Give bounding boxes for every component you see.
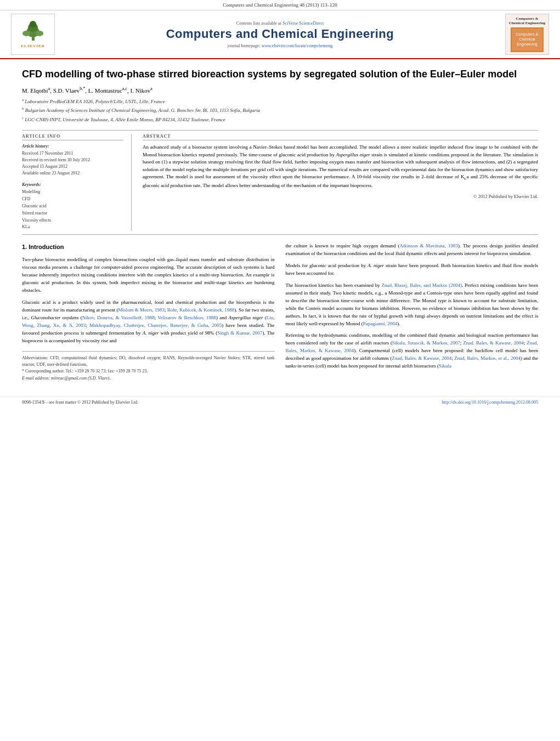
affiliation-c: c LGC-CNRS-INPT, Université de Toulouse,… (22, 115, 538, 124)
intro-para-1: Two-phase bioreactor modelling of comple… (22, 256, 275, 295)
right-para-4: Referring to the hydrodynamic conditions… (286, 332, 539, 370)
abstract-text: An advanced study of a bioreactor system… (143, 144, 538, 189)
keyword-gluconic: Gluconic acid (22, 203, 123, 210)
keyword-stirred: Stirred reactor (22, 210, 123, 217)
homepage-link[interactable]: www.elsevier.com/locate/compchemeng (262, 43, 332, 48)
abstract-section: ABSTRACT An advanced study of a bioreact… (143, 134, 538, 231)
history-label: Article history: (22, 144, 123, 149)
keyword-viscosity: Viscosity effects (22, 217, 123, 224)
article-body: ARTICLE INFO Article history: Received 1… (22, 134, 538, 231)
svg-text:Computers &: Computers & (516, 32, 539, 37)
sciverse-line: Contents lists available at SciVerse Sci… (236, 20, 324, 26)
affiliations: a Laboratoire ProBioGEM EA 1026, Polytec… (22, 97, 538, 124)
top-header: ELSEVIER Contents lists available at Sci… (0, 10, 560, 59)
page: Computers and Chemical Engineering 48 (2… (0, 0, 560, 741)
homepage-line: journal homepage: www.elsevier.com/locat… (228, 42, 332, 48)
keyword-modelling: Modelling (22, 189, 123, 196)
section-number: 1. (22, 244, 27, 250)
elsevier-logo: ELSEVIER (11, 14, 55, 55)
footnotes: Abbreviations: CFD, computational fluid … (22, 351, 275, 381)
intro-heading: 1. Introduction (22, 242, 275, 252)
main-content: CFD modelling of two-phase stirred biore… (0, 59, 560, 391)
intro-para-2: Gluconic acid is a product widely used i… (22, 299, 275, 345)
affiliation-b: b Bulgarian Academy of Sciences Institut… (22, 106, 538, 115)
journal-reference: Computers and Chemical Engineering 48 (2… (223, 2, 337, 8)
issn-text: 0098-1354/$ – see front matter © 2012 Pu… (22, 400, 138, 405)
article-info-title: ARTICLE INFO (22, 134, 123, 140)
journal-title: Computers and Chemical Engineering (166, 27, 394, 41)
svg-point-5 (36, 31, 43, 36)
elsevier-tree-icon (18, 20, 48, 42)
journal-logo-title: Computers & Chemical Engineering (508, 16, 546, 26)
divider-top (22, 130, 538, 131)
sciverse-link[interactable]: SciVerse ScienceDirect (282, 21, 324, 26)
svg-text:Chemical: Chemical (519, 37, 535, 41)
journal-ref-bar: Computers and Chemical Engineering 48 (2… (0, 0, 560, 10)
right-para-1: the culture is known to require high oxy… (286, 242, 539, 258)
journal-logo-box: Computers & Chemical Engineering Compute… (505, 14, 549, 55)
page-bottom: 0098-1354/$ – see front matter © 2012 Pu… (0, 396, 560, 408)
keywords-section: Keywords: Modelling CFD Gluconic acid St… (22, 182, 123, 231)
journal-logo-image: Computers & Chemical Engineering (511, 27, 544, 52)
right-para-3: The bioreaction kinetics has been examin… (286, 282, 539, 328)
svg-text:Engineering: Engineering (517, 42, 537, 47)
article-info-panel: ARTICLE INFO Article history: Received 1… (22, 134, 132, 231)
section-title: Introduction (29, 244, 64, 250)
elsevier-label: ELSEVIER (21, 44, 44, 48)
body-col-left: 1. Introduction Two-phase bioreactor mod… (22, 242, 275, 382)
keywords-label: Keywords: (22, 182, 123, 187)
body-columns: 1. Introduction Two-phase bioreactor mod… (22, 242, 538, 382)
keyword-cfd: CFD (22, 196, 123, 203)
body-col-right: the culture is known to require high oxy… (286, 242, 539, 382)
header-center: Contents lists available at SciVerse Sci… (60, 14, 500, 55)
keyword-kla: KLa (22, 224, 123, 231)
email-note: E-mail address: mitreac@gmail.com (S.D. … (22, 375, 275, 382)
history-revised: Received in revised form 30 July 2012 (22, 157, 123, 163)
abstract-title: ABSTRACT (143, 134, 538, 140)
abbreviations-note: Abbreviations: CFD, computational fluid … (22, 355, 275, 368)
copyright-line: © 2012 Published by Elsevier Ltd. (143, 194, 538, 199)
authors-line: M. Elqotbia, S.D. Vlaevb,*, L. Montastru… (22, 86, 538, 94)
divider-body (22, 234, 538, 235)
history-accepted: Accepted 15 August 2012 (22, 163, 123, 170)
svg-point-4 (22, 31, 30, 36)
doi-link[interactable]: http://dx.doi.org/10.1016/j.compchemeng.… (442, 400, 538, 405)
corresponding-note: * Corresponding author. Tel.: +359 28 70… (22, 368, 275, 375)
affiliation-a: a Laboratoire ProBioGEM EA 1026, Polytec… (22, 97, 538, 106)
right-para-2: Models for gluconic acid production by A… (286, 262, 539, 278)
history-online: Available online 23 August 2012 (22, 170, 123, 177)
article-title: CFD modelling of two-phase stirred biore… (22, 68, 538, 81)
history-received: Received 17 November 2011 (22, 150, 123, 157)
svg-point-3 (30, 21, 36, 27)
